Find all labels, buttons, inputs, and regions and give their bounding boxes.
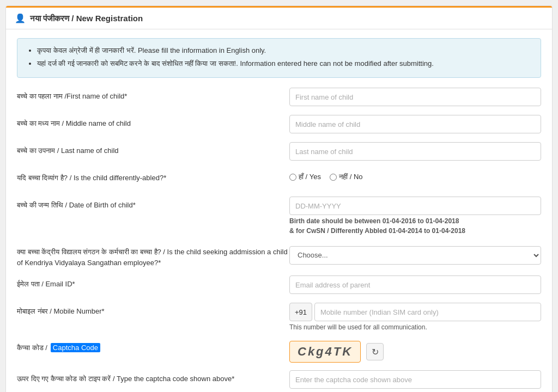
captcha-label-prefix: कैप्चा कोड / <box>17 344 47 352</box>
yes-radio-label[interactable]: हाँ / Yes <box>289 173 321 181</box>
last-name-input[interactable] <box>289 142 541 161</box>
mobile-input-area: +91 This number will be used for all com… <box>289 303 541 331</box>
dob-hint1: Birth date should be between 01-04-2016 … <box>289 217 541 225</box>
captcha-input-label: ऊपर दिए गए कैप्चा कोड को टाइप करें / Typ… <box>17 370 289 383</box>
captcha-label-area: कैप्चा कोड / Captcha Code <box>17 339 289 352</box>
captcha-label-highlight: Captcha Code <box>51 343 100 352</box>
dob-input-area: Birth date should be between 01-04-2016 … <box>289 197 541 235</box>
email-label: ईमेल पता / Email ID* <box>17 275 289 289</box>
dob-hint2: & for CwSN / Differently Abbled 01-04-20… <box>289 227 541 235</box>
yes-radio[interactable] <box>289 174 296 181</box>
info-line-1: कृपया केवल अंग्रेजी में ही जानकारी भरें.… <box>37 45 532 56</box>
captcha-label: कैप्चा कोड / Captcha Code <box>17 343 289 352</box>
dob-input[interactable] <box>289 197 541 215</box>
yes-label: हाँ / Yes <box>299 173 321 181</box>
header-icon: 👤 <box>15 13 26 23</box>
middle-name-label: बच्चे का मध्य नाम / Middle name of child <box>17 115 289 128</box>
mobile-note: This number will be used for all communi… <box>289 323 541 331</box>
mobile-input[interactable] <box>314 303 541 321</box>
last-name-label: बच्चे का उपनाम / Last name of child <box>17 142 289 155</box>
captcha-input-area: Letters are case sensitive. <box>289 370 541 392</box>
dob-row: बच्चे की जन्म तिथि / Date of Birth of ch… <box>17 197 541 235</box>
captcha-image: Ckg4TK <box>289 341 361 363</box>
differently-abled-row: यदि बच्चा दिव्यांग है? / Is the child di… <box>17 169 541 189</box>
middle-name-input[interactable] <box>289 115 541 133</box>
kv-employee-input-area: Choose... Yes No <box>289 246 541 265</box>
email-input-area <box>289 275 541 294</box>
mobile-row: मोबाइल नंबर / Mobile Number* +91 This nu… <box>17 303 541 331</box>
captcha-input[interactable] <box>289 370 541 389</box>
page-header: 👤 नया पंजीकरण / New Registration <box>6 6 552 29</box>
phone-row: +91 <box>289 303 541 321</box>
phone-prefix: +91 <box>289 303 312 321</box>
last-name-row: बच्चे का उपनाम / Last name of child <box>17 142 541 162</box>
email-row: ईमेल पता / Email ID* <box>17 275 541 295</box>
differently-abled-input-area: हाँ / Yes नहीं / No <box>289 169 541 181</box>
info-box: कृपया केवल अंग्रेजी में ही जानकारी भरें.… <box>17 38 541 78</box>
kv-employee-select[interactable]: Choose... Yes No <box>289 246 541 265</box>
middle-name-row: बच्चे का मध्य नाम / Middle name of child <box>17 115 541 134</box>
page-title: नया पंजीकरण / New Registration <box>30 14 143 23</box>
page-body: कृपया केवल अंग्रेजी में ही जानकारी भरें.… <box>6 29 552 392</box>
page-container: 👤 नया पंजीकरण / New Registration कृपया क… <box>5 5 553 392</box>
radio-group: हाँ / Yes नहीं / No <box>289 169 541 181</box>
differently-abled-label: यदि बच्चा दिव्यांग है? / Is the child di… <box>17 169 289 182</box>
first-name-label: बच्चे का पहला नाम /First name of child* <box>17 88 289 101</box>
captcha-refresh-button[interactable]: ↻ <box>366 343 384 360</box>
captcha-display-row: कैप्चा कोड / Captcha Code Ckg4TK ↻ <box>17 339 541 363</box>
info-line-2: यहां दर्ज की गई जानकारी को सबमिट करने के… <box>37 58 532 69</box>
email-input[interactable] <box>289 275 541 294</box>
first-name-input[interactable] <box>289 88 541 106</box>
dob-label: बच्चे की जन्म तिथि / Date of Birth of ch… <box>17 197 289 210</box>
first-name-input-area <box>289 88 541 106</box>
mobile-label: मोबाइल नंबर / Mobile Number* <box>17 303 289 316</box>
captcha-input-row: ऊपर दिए गए कैप्चा कोड को टाइप करें / Typ… <box>17 370 541 392</box>
kv-employee-label: क्या बच्चा केंद्रीय विद्यालय संगठन के कर… <box>17 242 289 268</box>
middle-name-input-area <box>289 115 541 133</box>
first-name-row: बच्चे का पहला नाम /First name of child* <box>17 88 541 107</box>
no-radio-label[interactable]: नहीं / No <box>330 173 362 181</box>
captcha-display-area: Ckg4TK ↻ <box>289 339 541 363</box>
last-name-input-area <box>289 142 541 161</box>
captcha-area: Ckg4TK ↻ <box>289 339 541 363</box>
kv-employee-row: क्या बच्चा केंद्रीय विद्यालय संगठन के कर… <box>17 242 541 268</box>
no-radio[interactable] <box>330 174 337 181</box>
no-label: नहीं / No <box>339 173 362 181</box>
